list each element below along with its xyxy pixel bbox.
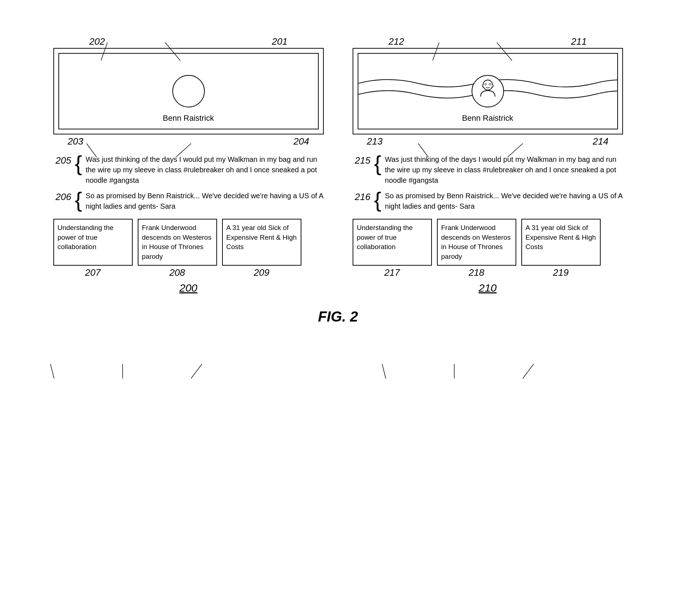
figure-num-200: 200 xyxy=(53,282,324,294)
ref-211: 211 xyxy=(571,36,587,47)
ref-218: 218 xyxy=(437,267,516,278)
svg-line-18 xyxy=(523,364,534,378)
screen-inner-210: Benn Raistrick xyxy=(358,53,618,129)
ref-205: 205 xyxy=(53,155,71,166)
ref-215: 215 xyxy=(353,155,371,166)
svg-line-2 xyxy=(489,90,490,91)
articles-section-200: Understanding the power of true collabor… xyxy=(53,219,324,266)
post-text-1-200: Was just thinking of the days I would pu… xyxy=(86,154,324,186)
screen-outer-200: Benn Raistrick xyxy=(53,48,324,134)
post-row-2-210: 216 { So as promised by Benn Raistrick..… xyxy=(353,191,623,212)
posts-section-210: 215 { Was just thinking of the days I wo… xyxy=(353,154,623,212)
profile-circle-empty-200 xyxy=(172,75,205,107)
ref-214: 214 xyxy=(593,136,608,147)
screen-inner-200: Benn Raistrick xyxy=(58,53,319,129)
figure-200-block: 202 201 Benn Raistrick 203 204 xyxy=(53,36,324,294)
ref-204: 204 xyxy=(293,136,309,147)
article-card-2-200: Frank Underwood descends on Westeros in … xyxy=(138,219,217,266)
ref-202: 202 xyxy=(89,36,105,47)
bottom-refs-210: 213 214 xyxy=(353,136,623,147)
post-row-1-210: 215 { Was just thinking of the days I wo… xyxy=(353,154,623,186)
svg-line-16 xyxy=(382,364,386,378)
ref-216: 216 xyxy=(353,191,371,203)
brace-216: { xyxy=(374,189,381,211)
profile-circle-person-210 xyxy=(472,75,504,107)
posts-section-200: 205 { Was just thinking of the days I wo… xyxy=(53,154,324,212)
figures-row: 202 201 Benn Raistrick 203 204 xyxy=(22,36,654,294)
article-card-2-210: Frank Underwood descends on Westeros in … xyxy=(437,219,516,266)
page-container: 202 201 Benn Raistrick 203 204 xyxy=(0,0,676,616)
article-card-3-200: A 31 year old Sick of Expensive Rent & H… xyxy=(222,219,301,266)
bottom-refs-200: 203 204 xyxy=(53,136,324,147)
top-refs-200: 202 201 xyxy=(53,36,324,47)
figure-num-210: 210 xyxy=(353,282,623,294)
ref-201: 201 xyxy=(272,36,287,47)
svg-line-9 xyxy=(50,364,54,378)
svg-point-3 xyxy=(485,84,486,85)
ref-206: 206 xyxy=(53,191,71,203)
article-card-3-210: A 31 year old Sick of Expensive Rent & H… xyxy=(521,219,601,266)
brace-215: { xyxy=(374,153,381,174)
ref-209: 209 xyxy=(222,267,301,278)
ref-212: 212 xyxy=(389,36,404,47)
article-refs-210: 217 218 219 xyxy=(353,267,623,278)
brace-206: { xyxy=(75,189,82,211)
ref-207: 207 xyxy=(53,267,133,278)
post-text-2-200: So as promised by Benn Raistrick... We'v… xyxy=(86,191,324,212)
svg-line-1 xyxy=(486,90,486,91)
post-text-1-210: Was just thinking of the days I would pu… xyxy=(385,154,623,186)
article-card-1-210: Understanding the power of true collabor… xyxy=(353,219,432,266)
fig-label: FIG. 2 xyxy=(22,309,654,325)
name-200: Benn Raistrick xyxy=(163,114,214,123)
post-row-1-200: 205 { Was just thinking of the days I wo… xyxy=(53,154,324,186)
post-text-2-210: So as promised by Benn Raistrick... We'v… xyxy=(385,191,623,212)
ref-213: 213 xyxy=(367,136,383,147)
name-210: Benn Raistrick xyxy=(462,114,513,123)
ref-219: 219 xyxy=(521,267,601,278)
svg-line-11 xyxy=(191,364,202,378)
screen-outer-210: Benn Raistrick xyxy=(353,48,623,134)
svg-point-0 xyxy=(483,80,492,90)
article-card-1-200: Understanding the power of true collabor… xyxy=(53,219,133,266)
svg-point-4 xyxy=(489,84,491,85)
articles-section-210: Understanding the power of true collabor… xyxy=(353,219,623,266)
ref-203: 203 xyxy=(68,136,83,147)
figure-210-block: 212 211 xyxy=(353,36,623,294)
brace-205: { xyxy=(75,153,82,174)
ref-208: 208 xyxy=(138,267,217,278)
top-refs-210: 212 211 xyxy=(353,36,623,47)
ref-217: 217 xyxy=(353,267,432,278)
post-row-2-200: 206 { So as promised by Benn Raistrick..… xyxy=(53,191,324,212)
person-svg-210 xyxy=(477,79,499,104)
article-refs-200: 207 208 209 xyxy=(53,267,324,278)
